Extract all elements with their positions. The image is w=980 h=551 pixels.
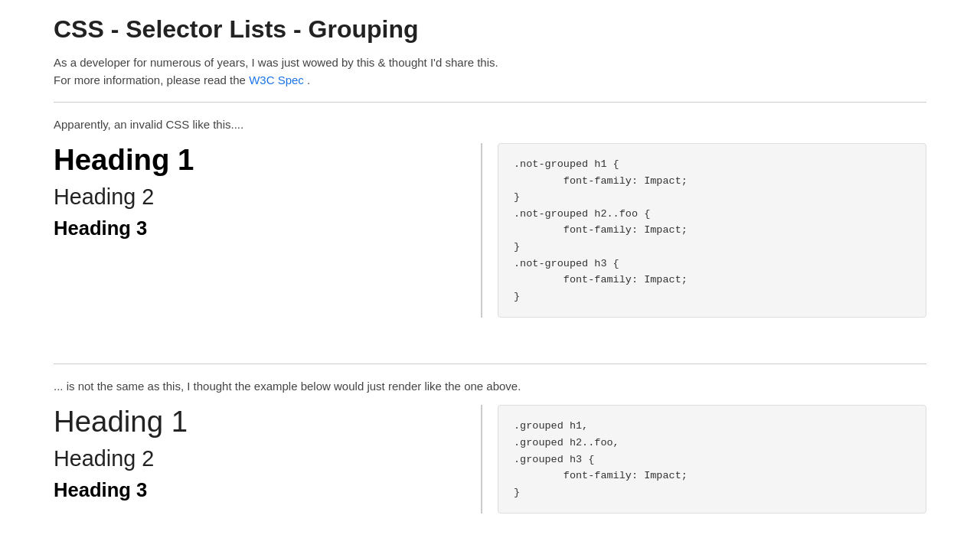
- demo2-heading2: Heading 2: [54, 446, 450, 471]
- intro-line1: As a developer for numerous of years, I …: [54, 56, 926, 69]
- code-block-2: .grouped h1, .grouped h2..foo, .grouped …: [498, 405, 926, 514]
- intro-line2-prefix: For more information, please read the: [54, 73, 249, 86]
- vertical-divider-2: [481, 405, 482, 514]
- demo-section-1: Heading 1 Heading 2 Heading 3 .not-group…: [54, 143, 926, 318]
- vertical-divider-1: [481, 143, 482, 318]
- spacer-1: [54, 325, 926, 348]
- demo1-heading1: Heading 1: [54, 143, 450, 177]
- section2-label: ... is not the same as this, I thought t…: [54, 380, 926, 393]
- demo-section-2: Heading 1 Heading 2 Heading 3 .grouped h…: [54, 405, 926, 514]
- divider-1: [54, 102, 926, 103]
- divider-2: [54, 364, 926, 364]
- w3c-spec-link[interactable]: W3C Spec: [249, 73, 304, 86]
- headings-col-1: Heading 1 Heading 2 Heading 3: [54, 143, 466, 247]
- section1-label: Apparently, an invalid CSS like this....: [54, 118, 926, 131]
- demo2-heading3: Heading 3: [54, 479, 450, 501]
- demo1-heading3: Heading 3: [54, 217, 450, 240]
- code-block-1: .not-grouped h1 { font-family: Impact; }…: [498, 143, 926, 318]
- headings-col-2: Heading 1 Heading 2 Heading 3: [54, 405, 466, 501]
- demo1-heading2: Heading 2: [54, 184, 450, 210]
- intro-line2-suffix: .: [307, 73, 310, 86]
- code-col-2: .grouped h1, .grouped h2..foo, .grouped …: [498, 405, 926, 514]
- code-col-1: .not-grouped h1 { font-family: Impact; }…: [498, 143, 926, 318]
- demo2-heading1: Heading 1: [54, 405, 450, 439]
- page-title: CSS - Selector Lists - Grouping: [54, 15, 926, 44]
- intro-line2: For more information, please read the W3…: [54, 73, 926, 86]
